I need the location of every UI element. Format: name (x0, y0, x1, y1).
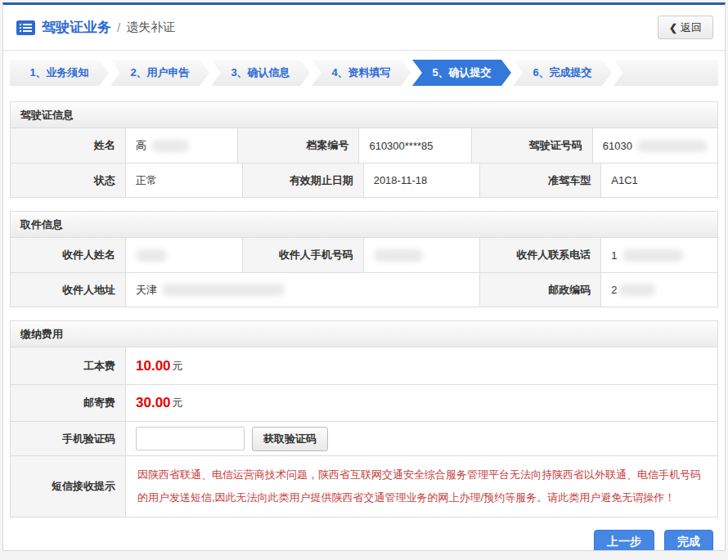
name-label: 姓名 (11, 128, 125, 163)
recipient-mobile-value (363, 238, 480, 272)
expiry-date-value: 2018-11-18 (363, 163, 480, 197)
recipient-address-value: 天津 (125, 272, 479, 307)
production-fee-amount: 10.00 (136, 358, 171, 374)
step-6-complete-submit[interactable]: 6、完成提交 (513, 60, 612, 86)
sms-notice-cell: 因陕西省联通、电信运营商技术问题，陕西省互联网交通安全综合服务管理平台无法向持陕… (125, 455, 717, 517)
production-fee-value: 10.00 元 (125, 347, 717, 384)
file-number-value: 610300****85 (358, 128, 470, 163)
production-fee-unit: 元 (173, 359, 183, 374)
redacted-value (162, 284, 285, 296)
mailing-fee-amount: 30.00 (136, 395, 171, 411)
recipient-address-label: 收件人地址 (11, 272, 125, 307)
mailing-fee-value: 30.00 元 (125, 384, 717, 421)
chevron-left-icon: ❮ (669, 22, 677, 34)
sms-code-cell: 获取验证码 (125, 421, 717, 455)
back-button-label: 返回 (681, 20, 702, 35)
page-header: 驾驶证业务 / 遗失补证 ❮ 返回 (3, 5, 725, 51)
recipient-name-label: 收件人姓名 (11, 238, 125, 272)
step-progress-bar: 1、业务须知 2、用户申告 3、确认信息 4、资料填写 5、确认提交 6、完成提… (10, 60, 718, 86)
name-value: 高 (125, 128, 237, 163)
table-row: 收件人地址 天津 邮政编码 2 (11, 272, 717, 307)
sms-code-input[interactable] (136, 427, 245, 450)
table-row: 邮寄费 30.00 元 (11, 384, 717, 421)
step-1-business-notice[interactable]: 1、业务须知 (10, 60, 109, 86)
mailing-fee-unit: 元 (173, 396, 183, 410)
table-row: 工本费 10.00 元 (11, 347, 717, 384)
step-3-confirm-info[interactable]: 3、确认信息 (211, 60, 310, 86)
table-row: 收件人姓名 收件人手机号码 收件人联系电话 1 (11, 238, 717, 272)
sms-code-label: 手机验证码 (11, 421, 125, 455)
main-panel: 驾驶证业务 / 遗失补证 ❮ 返回 1、业务须知 2、用户申告 3、确认信息 4… (2, 2, 726, 551)
previous-step-button[interactable]: 上一步 (594, 530, 654, 551)
step-bar-tail (613, 60, 718, 86)
breadcrumb-current: 遗失补证 (126, 20, 175, 35)
recipient-name-value (125, 238, 242, 272)
table-row: 手机验证码 获取验证码 (11, 421, 717, 455)
sms-notice-text: 因陕西省联通、电信运营商技术问题，陕西省互联网交通安全综合服务管理平台无法向持陕… (137, 464, 706, 509)
redacted-value (136, 249, 167, 262)
recipient-phone-value: 1 (600, 238, 717, 272)
postal-code-value: 2 (600, 272, 717, 307)
step-2-user-declaration[interactable]: 2、用户申告 (110, 60, 209, 86)
redacted-value (374, 249, 423, 262)
redacted-value (151, 140, 189, 152)
list-icon (16, 20, 35, 35)
expiry-date-label: 有效期止日期 (242, 163, 363, 197)
redacted-value (637, 140, 708, 152)
fees-section: 缴纳费用 工本费 10.00 元 邮寄费 30.00 元 手机验证码 获取验证码… (10, 320, 718, 517)
recipient-mobile-label: 收件人手机号码 (242, 238, 363, 272)
fees-title: 缴纳费用 (11, 321, 717, 347)
pickup-info-title: 取件信息 (11, 212, 717, 238)
sms-notice-label: 短信接收提示 (11, 455, 125, 517)
breadcrumb-separator: / (117, 20, 120, 34)
production-fee-label: 工本费 (11, 347, 125, 384)
table-row: 状态 正常 有效期止日期 2018-11-18 准驾车型 A1C1 (11, 163, 717, 197)
file-number-label: 档案编号 (237, 128, 358, 163)
step-4-fill-materials[interactable]: 4、资料填写 (312, 60, 411, 86)
table-row: 姓名 高 档案编号 610300****85 驾驶证号码 61030 (11, 128, 717, 163)
table-row: 短信接收提示 因陕西省联通、电信运营商技术问题，陕西省互联网交通安全综合服务管理… (11, 455, 717, 517)
license-number-value: 61030 (592, 128, 717, 163)
vehicle-class-label: 准驾车型 (479, 163, 600, 197)
license-info-title: 驾驶证信息 (11, 102, 717, 128)
license-info-section: 驾驶证信息 姓名 高 档案编号 610300****85 驾驶证号码 61030… (10, 101, 718, 198)
mailing-fee-label: 邮寄费 (11, 384, 125, 421)
recipient-phone-label: 收件人联系电话 (479, 238, 600, 272)
postal-code-label: 邮政编码 (479, 272, 600, 307)
redacted-value (619, 284, 655, 296)
get-sms-code-button[interactable]: 获取验证码 (252, 427, 328, 451)
pickup-info-section: 取件信息 收件人姓名 收件人手机号码 收件人联系电话 1 收件人地址 天津 邮政… (10, 211, 718, 307)
redacted-value (622, 249, 683, 262)
status-value: 正常 (125, 163, 242, 197)
license-number-label: 驾驶证号码 (471, 128, 592, 163)
finish-button[interactable]: 完成 (664, 530, 713, 551)
footer-actions: 上一步 完成 (15, 530, 713, 551)
status-label: 状态 (11, 163, 125, 197)
back-button[interactable]: ❮ 返回 (658, 16, 713, 39)
step-5-confirm-submit-active[interactable]: 5、确认提交 (412, 60, 511, 86)
page-title: 驾驶证业务 (42, 18, 111, 37)
vehicle-class-value: A1C1 (600, 163, 717, 197)
